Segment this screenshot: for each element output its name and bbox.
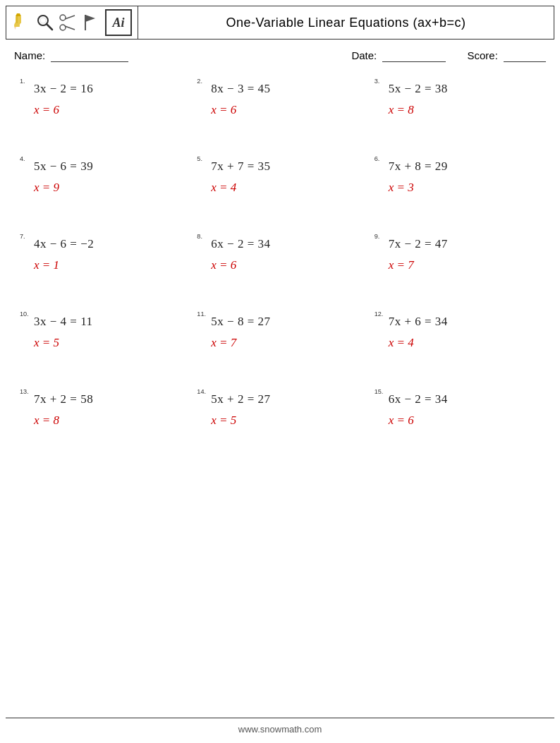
ai-icon: Ai [105,9,132,36]
answer-14: x = 5 [211,413,361,428]
problem-number-9: 9. [375,233,380,243]
equation-10: 3x − 4 = 11 [34,315,184,329]
problem-4: 4. 5x − 6 = 39 x = 9 [14,145,191,223]
equation-7: 4x − 6 = −2 [34,237,184,251]
problem-number-13: 13. [20,388,29,399]
problem-13: 13. 7x + 2 = 58 x = 8 [14,378,191,456]
problem-11: 11. 5x − 8 = 27 x = 7 [191,301,368,378]
svg-line-11 [65,16,75,19]
equation-15: 6x − 2 = 34 [389,392,539,406]
problem-number-7: 7. [20,233,25,243]
problem-number-10: 10. [20,310,29,321]
score-label: Score: [467,49,497,61]
answer-15: x = 6 [389,413,539,428]
answer-2: x = 6 [211,103,361,117]
svg-line-12 [65,26,75,30]
problem-number-4: 4. [20,155,25,166]
svg-marker-14 [85,15,95,22]
name-underline [51,49,128,62]
pencil-icon [12,12,33,33]
problem-number-1: 1. [20,78,25,88]
svg-rect-2 [16,16,21,23]
page-title: One-Variable Linear Equations (ax+b=c) [138,8,554,37]
problems-row-1: 1. 3x − 2 = 16 x = 6 2. 8x − 3 = 45 x = … [14,68,546,145]
problem-number-11: 11. [197,310,206,321]
answer-7: x = 1 [34,258,184,272]
meta-row: Name: Date: Score: [0,40,560,68]
problem-6: 6. 7x + 8 = 29 x = 3 [369,145,546,223]
problem-1: 1. 3x − 2 = 16 x = 6 [14,68,191,145]
scissors-icon [57,12,78,33]
svg-rect-0 [14,25,20,27]
equation-14: 5x + 2 = 27 [211,392,361,406]
answer-6: x = 3 [389,181,539,195]
problem-number-8: 8. [197,233,202,243]
problem-7: 7. 4x − 6 = −2 x = 1 [14,223,191,301]
equation-8: 6x − 2 = 34 [211,237,361,251]
svg-point-10 [60,25,66,30]
problem-12: 12. 7x + 6 = 34 x = 4 [369,301,546,378]
problem-10: 10. 3x − 4 = 11 x = 5 [14,301,191,378]
svg-marker-4 [14,27,16,30]
score-underline [504,49,546,62]
svg-marker-3 [16,13,21,16]
toolbar-icons: Ai [12,9,132,36]
problem-number-3: 3. [375,78,380,88]
answer-11: x = 7 [211,336,361,350]
footer-website: www.snowmath.com [238,724,322,735]
problem-number-14: 14. [197,388,206,399]
problem-2: 2. 8x − 3 = 45 x = 6 [191,68,368,145]
answer-12: x = 4 [389,336,539,350]
header-icon-area: Ai [6,6,138,39]
answer-4: x = 9 [34,181,184,195]
person-icon [80,12,101,33]
equation-3: 5x − 2 = 38 [389,82,539,96]
problem-14: 14. 5x + 2 = 27 x = 5 [191,378,368,456]
footer: www.snowmath.com [6,718,554,737]
svg-point-9 [60,15,66,20]
problems-row-5: 13. 7x + 2 = 58 x = 8 14. 5x + 2 = 27 x … [14,378,546,456]
problem-8: 8. 6x − 2 = 34 x = 6 [191,223,368,301]
problem-9: 9. 7x − 2 = 47 x = 7 [369,223,546,301]
problem-number-15: 15. [375,388,384,399]
answer-8: x = 6 [211,258,361,272]
problem-5: 5. 7x + 7 = 35 x = 4 [191,145,368,223]
problem-number-6: 6. [375,155,380,166]
problem-15: 15. 6x − 2 = 34 x = 6 [369,378,546,456]
problems-area: 1. 3x − 2 = 16 x = 6 2. 8x − 3 = 45 x = … [0,68,560,718]
svg-point-7 [40,18,46,23]
equation-5: 7x + 7 = 35 [211,159,361,174]
answer-9: x = 7 [389,258,539,272]
equation-9: 7x − 2 = 47 [389,237,539,251]
answer-5: x = 4 [211,181,361,195]
equation-12: 7x + 6 = 34 [389,315,539,329]
header: Ai One-Variable Linear Equations (ax+b=c… [6,6,554,40]
problems-row-4: 10. 3x − 4 = 11 x = 5 11. 5x − 8 = 27 x … [14,301,546,378]
equation-13: 7x + 2 = 58 [34,392,184,406]
date-label: Date: [351,49,377,61]
answer-13: x = 8 [34,413,184,428]
problem-number-2: 2. [197,78,202,88]
problem-number-5: 5. [197,155,202,166]
equation-1: 3x − 2 = 16 [34,82,184,96]
equation-4: 5x − 6 = 39 [34,159,184,174]
page: Ai One-Variable Linear Equations (ax+b=c… [0,0,560,743]
name-label: Name: [14,49,45,61]
answer-10: x = 5 [34,336,184,350]
equation-6: 7x + 8 = 29 [389,159,539,174]
equation-2: 8x − 3 = 45 [211,82,361,96]
name-field: Name: [14,49,351,62]
equation-11: 5x − 8 = 27 [211,315,361,329]
magnifier-icon [35,12,56,33]
problem-3: 3. 5x − 2 = 38 x = 8 [369,68,546,145]
svg-line-8 [47,24,52,30]
answer-3: x = 8 [389,103,539,117]
date-field: Date: [351,49,446,62]
problem-number-12: 12. [375,310,384,321]
problems-row-2: 4. 5x − 6 = 39 x = 9 5. 7x + 7 = 35 x = … [14,145,546,223]
score-field: Score: [467,49,546,62]
answer-1: x = 6 [34,103,184,117]
problems-row-3: 7. 4x − 6 = −2 x = 1 8. 6x − 2 = 34 x = … [14,223,546,301]
date-underline [382,49,446,62]
